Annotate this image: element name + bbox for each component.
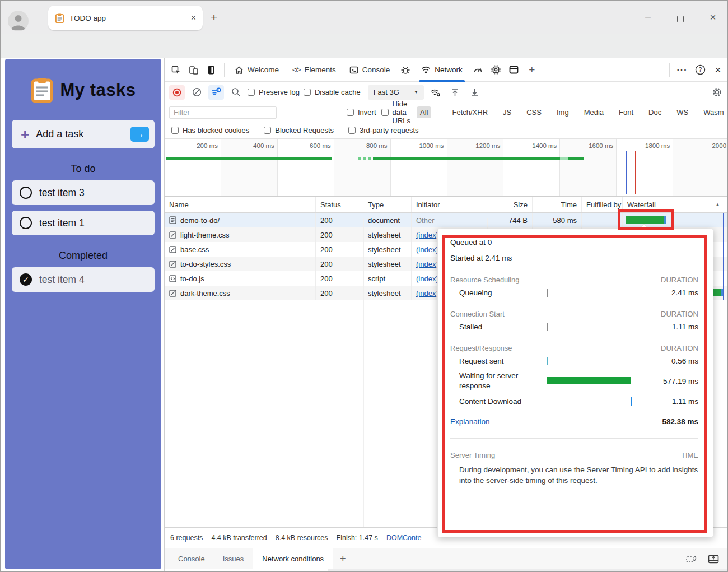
device-emulation-icon[interactable] xyxy=(186,63,202,77)
profile-avatar[interactable] xyxy=(8,11,29,31)
filter-pill[interactable]: WS xyxy=(673,106,692,118)
initiator-link[interactable]: (index) xyxy=(416,245,438,254)
initiator-link[interactable]: (index) xyxy=(416,289,438,297)
filter-input[interactable] xyxy=(169,106,277,119)
task-checkbox-checked[interactable]: ✓ xyxy=(20,273,32,286)
task-checkbox[interactable] xyxy=(20,217,32,229)
window-minimize-button[interactable]: – xyxy=(640,11,656,22)
todo-item[interactable]: test item 3 xyxy=(12,180,155,205)
initiator-link[interactable]: (index) xyxy=(416,231,438,239)
tab-label: Welcome xyxy=(248,66,279,74)
checkbox-icon[interactable] xyxy=(264,127,271,134)
browser-window: TODO app × + – × ← https://microsoftedge… xyxy=(0,0,728,572)
status-code: 200 xyxy=(320,289,333,297)
filter-pill[interactable]: Wasm xyxy=(700,106,727,118)
filter-pill[interactable]: CSS xyxy=(523,106,545,118)
column-header-size[interactable]: Size xyxy=(487,197,533,212)
export-har-icon[interactable] xyxy=(467,85,483,100)
column-header-name[interactable]: Name xyxy=(165,197,316,212)
hide-data-urls-checkbox[interactable]: Hide data URLs xyxy=(381,100,411,125)
focus-mode-icon[interactable] xyxy=(204,63,220,77)
request-size: 744 B xyxy=(508,216,528,225)
timeline-tick: 1400 ms xyxy=(503,139,560,196)
checkbox-icon[interactable] xyxy=(171,127,179,134)
window-maximize-button[interactable] xyxy=(677,16,684,22)
drawer-tab-console[interactable]: Console xyxy=(169,548,214,569)
memory-icon[interactable] xyxy=(488,63,504,77)
add-task-field[interactable]: + Add a task → xyxy=(12,120,155,148)
drawer-more-tools-button[interactable]: + xyxy=(333,553,353,565)
column-header-initiator[interactable]: Initiator xyxy=(412,197,487,212)
import-har-icon[interactable] xyxy=(447,85,463,100)
checkbox-icon[interactable] xyxy=(304,89,311,96)
filter-pill[interactable]: Font xyxy=(615,106,637,118)
throttling-dropdown[interactable]: Fast 3G ▼ xyxy=(368,85,424,100)
checkbox-icon[interactable] xyxy=(348,127,356,134)
blocked-requests-checkbox[interactable]: Blocked Requests xyxy=(264,126,334,134)
timeline-tick: 400 ms xyxy=(221,139,278,196)
add-task-submit-button[interactable]: → xyxy=(130,127,149,142)
application-icon[interactable] xyxy=(506,63,522,77)
tab-close-icon[interactable]: × xyxy=(191,13,196,23)
filter-pill[interactable]: Doc xyxy=(645,106,665,118)
debugger-bug-icon[interactable] xyxy=(398,63,413,77)
filter-pill[interactable]: Img xyxy=(553,106,572,118)
waterfall-bar[interactable] xyxy=(713,289,721,296)
browser-tab[interactable]: TODO app × xyxy=(48,6,203,30)
network-settings-gear-icon[interactable] xyxy=(709,85,725,100)
devtools-drawer: Console Issues Network conditions + xyxy=(165,548,728,569)
help-icon[interactable]: ? xyxy=(692,63,708,77)
explanation-link[interactable]: Explanation xyxy=(450,417,490,426)
clear-network-log-button[interactable] xyxy=(189,85,204,100)
filter-pill[interactable]: Media xyxy=(581,106,607,118)
tab-welcome[interactable]: Welcome xyxy=(229,58,284,82)
todo-item[interactable]: test item 1 xyxy=(12,211,155,235)
tab-console[interactable]: Console xyxy=(344,58,396,82)
tab-network[interactable]: Network xyxy=(416,58,468,82)
waiting-green-bar xyxy=(547,377,631,384)
column-header-status[interactable]: Status xyxy=(316,197,363,212)
expand-quick-view-icon[interactable] xyxy=(708,554,719,564)
request-name: to-do-styles.css xyxy=(180,260,231,268)
stalled-tick-marker xyxy=(547,323,548,331)
preserve-log-checkbox[interactable]: Preserve log xyxy=(248,88,300,96)
timeline-tick: 200 ms xyxy=(165,139,221,196)
filter-pill[interactable]: Fetch/XHR xyxy=(449,106,491,118)
invert-checkbox[interactable]: Invert xyxy=(347,108,376,117)
column-header-type[interactable]: Type xyxy=(363,197,412,212)
column-header-time[interactable]: Time xyxy=(533,197,582,212)
checkbox-icon[interactable] xyxy=(248,89,255,96)
task-checkbox[interactable] xyxy=(20,187,32,199)
devtools-more-menu-button[interactable]: ··· xyxy=(674,63,690,77)
initiator-link[interactable]: (index) xyxy=(416,275,438,283)
performance-icon[interactable] xyxy=(470,63,486,77)
more-tabs-button[interactable]: + xyxy=(524,63,540,77)
checkbox-label: Preserve log xyxy=(259,88,300,96)
devtools-close-button[interactable]: × xyxy=(710,63,726,77)
tab-elements[interactable]: </> Elements xyxy=(287,58,342,82)
drawer-tab-network-conditions[interactable]: Network conditions xyxy=(253,548,333,569)
search-icon[interactable] xyxy=(228,85,244,100)
initiator-link[interactable]: (index) xyxy=(416,260,438,268)
checkbox-icon[interactable] xyxy=(381,109,389,116)
column-header-fulfilled-by[interactable]: Fulfilled by xyxy=(582,197,623,212)
network-conditions-icon[interactable] xyxy=(428,85,444,100)
rotate-device-icon[interactable] xyxy=(685,554,698,564)
filter-pill[interactable]: JS xyxy=(500,106,515,118)
divider xyxy=(440,108,440,118)
disable-cache-checkbox[interactable]: Disable cache xyxy=(304,88,361,96)
stylesheet-icon xyxy=(169,246,176,253)
completed-item[interactable]: ✓ test item 4 xyxy=(12,267,155,292)
filter-pill-all[interactable]: All xyxy=(417,106,431,118)
record-network-log-button[interactable] xyxy=(169,85,185,100)
drawer-tab-issues[interactable]: Issues xyxy=(214,548,253,569)
third-party-requests-checkbox[interactable]: 3rd-party requests xyxy=(348,126,419,134)
inspect-element-icon[interactable] xyxy=(168,63,184,77)
network-overview-timeline[interactable]: 200 ms 400 ms 600 ms 800 ms 1000 ms 1200… xyxy=(165,139,728,197)
new-tab-button[interactable]: + xyxy=(211,13,217,22)
throttling-value: Fast 3G xyxy=(374,88,399,96)
checkbox-icon[interactable] xyxy=(347,109,354,116)
has-blocked-cookies-checkbox[interactable]: Has blocked cookies xyxy=(171,126,249,134)
window-close-button[interactable]: × xyxy=(705,11,721,24)
filter-toggle-button[interactable] xyxy=(208,85,224,100)
